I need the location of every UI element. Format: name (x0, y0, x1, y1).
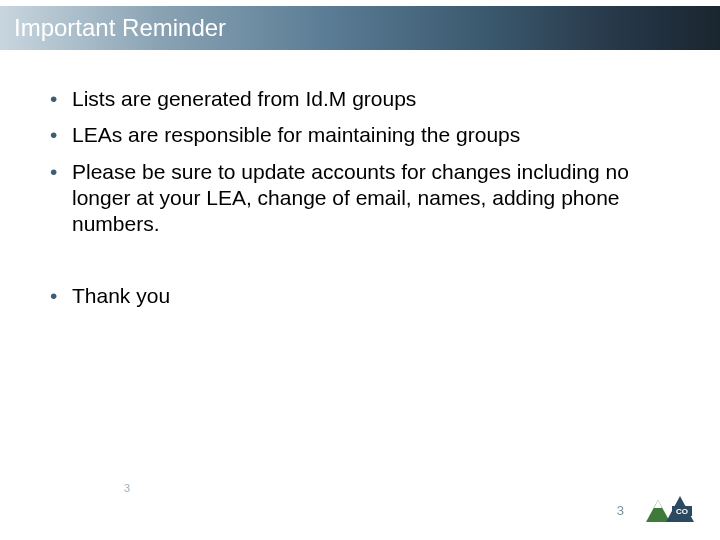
title-bar: Important Reminder (0, 6, 720, 50)
bullet-item: Thank you (46, 283, 680, 309)
bullet-list-primary: Lists are generated from Id.M groups LEA… (46, 86, 680, 237)
page-number-left: 3 (124, 482, 130, 494)
bullet-list-secondary: Thank you (46, 283, 680, 309)
slide-content: Lists are generated from Id.M groups LEA… (46, 86, 680, 320)
spacer (46, 247, 680, 283)
bullet-item: Please be sure to update accounts for ch… (46, 159, 680, 238)
slide: Important Reminder Lists are generated f… (0, 0, 720, 540)
bullet-item: Lists are generated from Id.M groups (46, 86, 680, 112)
page-number-right: 3 (617, 503, 624, 518)
svg-marker-1 (654, 500, 662, 508)
co-mountain-logo-icon: CO (636, 492, 702, 526)
svg-text:CO: CO (676, 507, 688, 516)
slide-title: Important Reminder (14, 14, 226, 42)
bullet-item: LEAs are responsible for maintaining the… (46, 122, 680, 148)
